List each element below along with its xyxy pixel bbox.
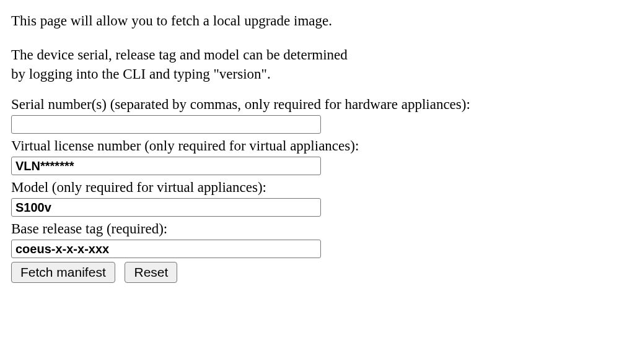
reset-button[interactable]: Reset — [125, 262, 177, 283]
model-label: Model (only required for virtual applian… — [11, 178, 608, 197]
serial-input[interactable] — [11, 115, 321, 134]
cli-help-line2: by logging into the CLI and typing "vers… — [11, 66, 271, 82]
model-input[interactable] — [11, 198, 321, 217]
vln-label: Virtual license number (only required fo… — [11, 136, 608, 155]
release-label: Base release tag (required): — [11, 219, 608, 238]
button-row: Fetch manifest Reset — [11, 262, 608, 283]
serial-label: Serial number(s) (separated by commas, o… — [11, 95, 608, 114]
fetch-manifest-button[interactable]: Fetch manifest — [11, 262, 115, 283]
cli-help-line1: The device serial, release tag and model… — [11, 47, 348, 63]
cli-help-text: The device serial, release tag and model… — [11, 45, 608, 84]
page-intro: This page will allow you to fetch a loca… — [11, 11, 608, 30]
release-input[interactable] — [11, 240, 321, 258]
vln-input[interactable] — [11, 157, 321, 175]
